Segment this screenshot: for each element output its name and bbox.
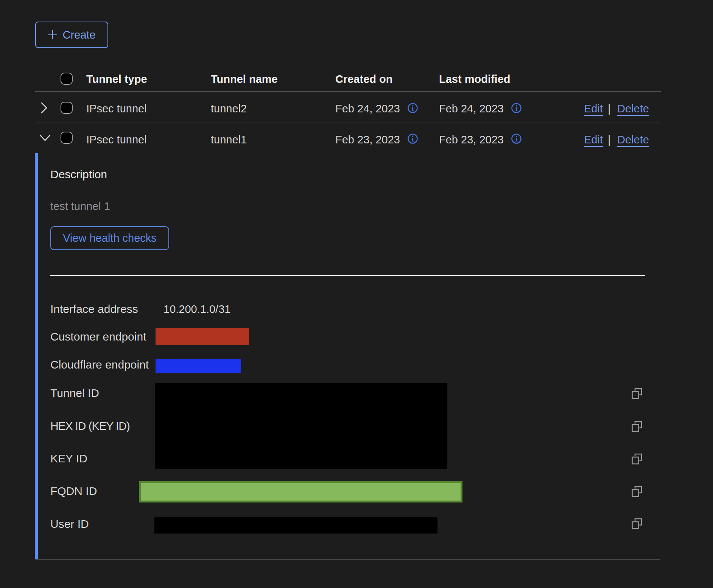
svg-text:i: i (515, 135, 518, 143)
svg-text:i: i (412, 104, 414, 112)
svg-text:i: i (515, 104, 518, 112)
svg-text:i: i (412, 135, 414, 143)
